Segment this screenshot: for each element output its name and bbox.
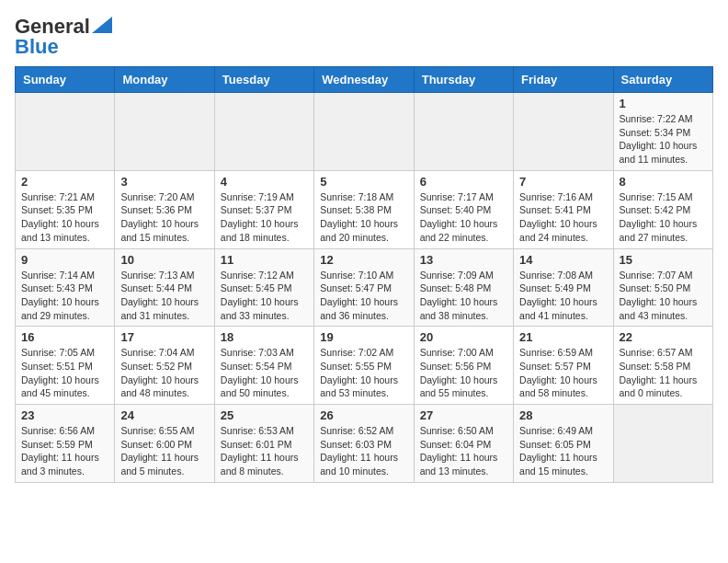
calendar-cell: 25Sunrise: 6:53 AM Sunset: 6:01 PM Dayli…	[214, 405, 313, 483]
day-number: 1	[620, 97, 707, 110]
day-number: 3	[120, 175, 208, 189]
day-number: 8	[620, 175, 707, 189]
weekday-header-sunday: Sunday	[16, 67, 115, 93]
cell-content: Sunrise: 7:08 AM Sunset: 5:49 PM Dayligh…	[519, 269, 607, 323]
calendar-cell: 15Sunrise: 7:07 AM Sunset: 5:50 PM Dayli…	[613, 248, 712, 327]
calendar-cell: 1Sunrise: 7:22 AM Sunset: 5:34 PM Daylig…	[613, 93, 712, 171]
svg-marker-0	[92, 17, 112, 33]
calendar-cell	[214, 93, 313, 171]
weekday-header-thursday: Thursday	[414, 67, 513, 93]
day-number: 20	[420, 330, 507, 344]
cell-content: Sunrise: 7:14 AM Sunset: 5:43 PM Dayligh…	[21, 269, 108, 323]
calendar-cell	[314, 93, 414, 171]
day-number: 13	[420, 253, 507, 267]
cell-content: Sunrise: 7:05 AM Sunset: 5:51 PM Dayligh…	[21, 346, 108, 400]
day-number: 24	[120, 408, 208, 422]
cell-content: Sunrise: 7:03 AM Sunset: 5:54 PM Dayligh…	[221, 346, 308, 400]
day-number: 6	[420, 175, 507, 189]
day-number: 15	[620, 253, 707, 267]
day-number: 21	[519, 330, 607, 344]
calendar-cell: 3Sunrise: 7:20 AM Sunset: 5:36 PM Daylig…	[115, 170, 214, 248]
logo-icon	[92, 17, 112, 33]
calendar-cell	[16, 93, 115, 171]
calendar-cell: 24Sunrise: 6:55 AM Sunset: 6:00 PM Dayli…	[115, 405, 214, 483]
day-number: 4	[221, 175, 308, 189]
calendar-cell: 21Sunrise: 6:59 AM Sunset: 5:57 PM Dayli…	[514, 327, 613, 405]
calendar-cell	[115, 93, 214, 171]
day-number: 22	[620, 330, 707, 344]
calendar-cell: 8Sunrise: 7:15 AM Sunset: 5:42 PM Daylig…	[613, 170, 712, 248]
cell-content: Sunrise: 6:59 AM Sunset: 5:57 PM Dayligh…	[519, 346, 607, 400]
logo: General Blue	[15, 15, 112, 59]
cell-content: Sunrise: 7:20 AM Sunset: 5:36 PM Dayligh…	[120, 190, 208, 245]
calendar-cell: 20Sunrise: 7:00 AM Sunset: 5:56 PM Dayli…	[414, 327, 513, 405]
day-number: 9	[21, 253, 108, 267]
calendar-week-row: 23Sunrise: 6:56 AM Sunset: 5:59 PM Dayli…	[16, 405, 713, 483]
calendar-cell: 26Sunrise: 6:52 AM Sunset: 6:03 PM Dayli…	[314, 405, 414, 483]
weekday-header-monday: Monday	[115, 67, 214, 93]
day-number: 27	[420, 408, 507, 422]
day-number: 18	[221, 330, 308, 344]
cell-content: Sunrise: 7:16 AM Sunset: 5:41 PM Dayligh…	[519, 190, 607, 245]
cell-content: Sunrise: 6:55 AM Sunset: 6:00 PM Dayligh…	[120, 424, 208, 478]
day-number: 11	[221, 253, 308, 267]
calendar-cell: 4Sunrise: 7:19 AM Sunset: 5:37 PM Daylig…	[214, 170, 313, 248]
calendar-cell: 22Sunrise: 6:57 AM Sunset: 5:58 PM Dayli…	[613, 327, 712, 405]
calendar-week-row: 1Sunrise: 7:22 AM Sunset: 5:34 PM Daylig…	[16, 93, 713, 171]
day-number: 14	[519, 253, 607, 267]
calendar-cell: 17Sunrise: 7:04 AM Sunset: 5:52 PM Dayli…	[115, 327, 214, 405]
cell-content: Sunrise: 7:18 AM Sunset: 5:38 PM Dayligh…	[320, 190, 407, 245]
calendar-cell: 14Sunrise: 7:08 AM Sunset: 5:49 PM Dayli…	[514, 248, 613, 327]
calendar-cell	[613, 405, 712, 483]
cell-content: Sunrise: 6:57 AM Sunset: 5:58 PM Dayligh…	[620, 346, 707, 400]
cell-content: Sunrise: 7:15 AM Sunset: 5:42 PM Dayligh…	[620, 190, 707, 245]
cell-content: Sunrise: 7:09 AM Sunset: 5:48 PM Dayligh…	[420, 269, 507, 323]
cell-content: Sunrise: 6:53 AM Sunset: 6:01 PM Dayligh…	[221, 424, 308, 478]
day-number: 5	[320, 175, 407, 189]
cell-content: Sunrise: 6:49 AM Sunset: 6:05 PM Dayligh…	[519, 424, 607, 478]
calendar-cell: 10Sunrise: 7:13 AM Sunset: 5:44 PM Dayli…	[115, 248, 214, 327]
day-number: 12	[320, 253, 407, 267]
calendar-cell: 7Sunrise: 7:16 AM Sunset: 5:41 PM Daylig…	[514, 170, 613, 248]
cell-content: Sunrise: 7:12 AM Sunset: 5:45 PM Dayligh…	[221, 269, 308, 323]
calendar-week-row: 9Sunrise: 7:14 AM Sunset: 5:43 PM Daylig…	[16, 248, 713, 327]
day-number: 19	[320, 330, 407, 344]
calendar-cell: 16Sunrise: 7:05 AM Sunset: 5:51 PM Dayli…	[16, 327, 115, 405]
cell-content: Sunrise: 7:10 AM Sunset: 5:47 PM Dayligh…	[320, 269, 407, 323]
weekday-header-tuesday: Tuesday	[214, 67, 313, 93]
calendar-week-row: 2Sunrise: 7:21 AM Sunset: 5:35 PM Daylig…	[16, 170, 713, 248]
cell-content: Sunrise: 6:50 AM Sunset: 6:04 PM Dayligh…	[420, 424, 507, 478]
weekday-header-wednesday: Wednesday	[314, 67, 414, 93]
calendar-cell: 9Sunrise: 7:14 AM Sunset: 5:43 PM Daylig…	[16, 248, 115, 327]
calendar-cell: 27Sunrise: 6:50 AM Sunset: 6:04 PM Dayli…	[414, 405, 513, 483]
calendar-table: SundayMondayTuesdayWednesdayThursdayFrid…	[15, 66, 713, 483]
calendar-cell: 18Sunrise: 7:03 AM Sunset: 5:54 PM Dayli…	[214, 327, 313, 405]
cell-content: Sunrise: 7:00 AM Sunset: 5:56 PM Dayligh…	[420, 346, 507, 400]
cell-content: Sunrise: 7:17 AM Sunset: 5:40 PM Dayligh…	[420, 190, 507, 245]
weekday-header-saturday: Saturday	[613, 67, 712, 93]
cell-content: Sunrise: 6:52 AM Sunset: 6:03 PM Dayligh…	[320, 424, 407, 478]
calendar-cell: 12Sunrise: 7:10 AM Sunset: 5:47 PM Dayli…	[314, 248, 414, 327]
day-number: 7	[519, 175, 607, 189]
weekday-header-friday: Friday	[514, 67, 613, 93]
day-number: 25	[221, 408, 308, 422]
day-number: 26	[320, 408, 407, 422]
calendar-cell: 13Sunrise: 7:09 AM Sunset: 5:48 PM Dayli…	[414, 248, 513, 327]
logo-blue-text: Blue	[15, 35, 59, 59]
day-number: 10	[120, 253, 208, 267]
calendar-cell: 6Sunrise: 7:17 AM Sunset: 5:40 PM Daylig…	[414, 170, 513, 248]
calendar-cell: 19Sunrise: 7:02 AM Sunset: 5:55 PM Dayli…	[314, 327, 414, 405]
cell-content: Sunrise: 7:19 AM Sunset: 5:37 PM Dayligh…	[221, 190, 308, 245]
cell-content: Sunrise: 7:21 AM Sunset: 5:35 PM Dayligh…	[21, 190, 108, 245]
cell-content: Sunrise: 7:07 AM Sunset: 5:50 PM Dayligh…	[620, 269, 707, 323]
calendar-cell: 5Sunrise: 7:18 AM Sunset: 5:38 PM Daylig…	[314, 170, 414, 248]
calendar-cell: 2Sunrise: 7:21 AM Sunset: 5:35 PM Daylig…	[16, 170, 115, 248]
cell-content: Sunrise: 7:02 AM Sunset: 5:55 PM Dayligh…	[320, 346, 407, 400]
day-number: 17	[120, 330, 208, 344]
day-number: 16	[21, 330, 108, 344]
page-header: General Blue	[15, 15, 713, 59]
weekday-header-row: SundayMondayTuesdayWednesdayThursdayFrid…	[16, 67, 713, 93]
calendar-week-row: 16Sunrise: 7:05 AM Sunset: 5:51 PM Dayli…	[16, 327, 713, 405]
day-number: 23	[21, 408, 108, 422]
calendar-cell	[414, 93, 513, 171]
